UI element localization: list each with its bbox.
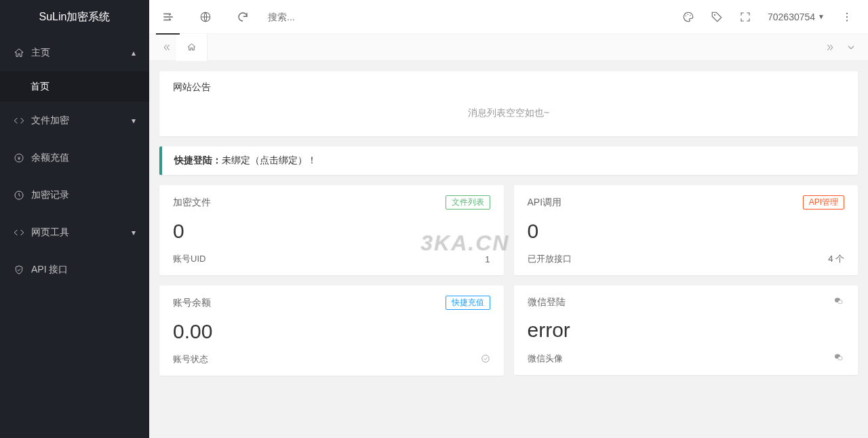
card-value: 0 xyxy=(173,220,490,243)
check-circle-icon xyxy=(481,354,490,365)
nav-webtools[interactable]: 网页工具 ▾ xyxy=(0,214,149,251)
chevron-down-icon: ▾ xyxy=(132,228,136,237)
nav-balance[interactable]: ¥ 余额充值 xyxy=(0,139,149,176)
wechat-icon xyxy=(833,352,844,365)
alert-label: 快捷登陆： xyxy=(174,155,222,165)
header-search xyxy=(261,12,674,22)
svg-point-7 xyxy=(714,14,715,15)
nav-label: 网页工具 xyxy=(31,226,69,239)
announcement-title: 网站公告 xyxy=(173,81,844,94)
alert-text: 未绑定（点击绑定）！ xyxy=(222,155,317,165)
clock-icon xyxy=(14,190,24,201)
encrypt-files-card: 加密文件 文件列表 0 账号UID 1 xyxy=(159,185,504,275)
api-call-card: API调用 API管理 0 已开放接口 4 个 xyxy=(514,185,859,275)
tabs-prev-button[interactable] xyxy=(156,34,176,61)
wechat-login-card: 微信登陆 error 微信头像 xyxy=(514,285,859,375)
sidebar: SuLin加密系统 主页 ▴ 首页 文件加密 ▾ ¥ 余额充值 加密记录 网页工… xyxy=(0,0,149,438)
chevron-down-icon: ▾ xyxy=(132,116,136,125)
main: 702630754 ▼ 3KA.CN 网站公告 消息列表空空如也~ 快捷登陆：未… xyxy=(149,0,868,438)
tabs-dropdown-button[interactable] xyxy=(841,34,861,61)
tabs-body xyxy=(176,34,821,61)
nav-records[interactable]: 加密记录 xyxy=(0,176,149,214)
svg-point-4 xyxy=(686,15,687,16)
footer-label: 已开放接口 xyxy=(528,253,572,265)
footer-label: 账号状态 xyxy=(173,353,208,365)
card-title: 微信登陆 xyxy=(528,296,566,308)
card-title: 账号余额 xyxy=(173,297,211,309)
theme-button[interactable] xyxy=(674,0,703,34)
menu-toggle-button[interactable] xyxy=(149,0,186,34)
svg-point-15 xyxy=(838,357,843,360)
announcement-card: 网站公告 消息列表空空如也~ xyxy=(159,71,858,136)
more-button[interactable] xyxy=(833,0,861,34)
tabs-next-button[interactable] xyxy=(821,34,841,61)
tabs-bar xyxy=(149,34,868,61)
card-title: 加密文件 xyxy=(173,197,211,209)
footer-label: 微信头像 xyxy=(528,353,563,365)
svg-point-5 xyxy=(688,14,689,15)
quick-login-alert[interactable]: 快捷登陆：未绑定（点击绑定）！ xyxy=(159,146,858,175)
tab-home[interactable] xyxy=(176,34,208,61)
svg-point-6 xyxy=(690,15,691,16)
svg-text:¥: ¥ xyxy=(18,155,21,161)
announcement-body: 消息列表空空如也~ xyxy=(173,100,844,126)
quick-recharge-button[interactable]: 快捷充值 xyxy=(446,296,490,310)
tag-button[interactable] xyxy=(703,0,731,34)
nav-api[interactable]: API 接口 xyxy=(0,251,149,288)
user-id: 702630754 xyxy=(768,12,815,22)
nav-label: 首页 xyxy=(31,81,50,93)
fullscreen-button[interactable] xyxy=(731,0,760,34)
svg-point-10 xyxy=(846,20,848,21)
nav-label: 主页 xyxy=(31,47,50,59)
search-input[interactable] xyxy=(268,12,403,22)
footer-value: 1 xyxy=(485,254,490,264)
svg-point-9 xyxy=(846,16,848,17)
globe-button[interactable] xyxy=(186,0,224,34)
user-menu[interactable]: 702630754 ▼ xyxy=(760,0,833,34)
svg-point-8 xyxy=(846,12,848,14)
nav-label: API 接口 xyxy=(31,264,68,276)
home-icon xyxy=(14,47,24,58)
nav-label: 余额充值 xyxy=(31,152,69,164)
nav-file-encrypt[interactable]: 文件加密 ▾ xyxy=(0,102,149,139)
footer-value: 4 个 xyxy=(828,253,844,265)
chevron-up-icon: ▴ xyxy=(132,48,136,58)
yen-icon: ¥ xyxy=(14,153,24,163)
code-icon xyxy=(14,227,24,238)
card-value: 0 xyxy=(528,220,845,243)
api-manage-button[interactable]: API管理 xyxy=(803,195,844,210)
nav-label: 文件加密 xyxy=(31,115,69,127)
nav-home-index[interactable]: 首页 xyxy=(0,71,149,102)
refresh-button[interactable] xyxy=(224,0,261,34)
card-title: API调用 xyxy=(528,197,562,209)
card-value: 0.00 xyxy=(173,320,490,343)
app-logo: SuLin加密系统 xyxy=(0,0,149,34)
nav-home[interactable]: 主页 ▴ xyxy=(0,34,149,71)
svg-point-13 xyxy=(838,300,843,304)
footer-label: 账号UID xyxy=(173,253,205,265)
header: 702630754 ▼ xyxy=(149,0,868,34)
content: 3KA.CN 网站公告 消息列表空空如也~ 快捷登陆：未绑定（点击绑定）！ 加密… xyxy=(149,61,868,438)
caret-down-icon: ▼ xyxy=(818,13,825,20)
header-right: 702630754 ▼ xyxy=(674,0,868,34)
code-icon xyxy=(14,115,24,126)
balance-card: 账号余额 快捷充值 0.00 账号状态 xyxy=(159,285,504,376)
file-list-button[interactable]: 文件列表 xyxy=(446,195,490,210)
shield-icon xyxy=(14,264,24,275)
nav-label: 加密记录 xyxy=(31,189,69,201)
card-value: error xyxy=(528,319,845,342)
wechat-icon xyxy=(833,296,844,308)
svg-point-11 xyxy=(481,355,489,362)
